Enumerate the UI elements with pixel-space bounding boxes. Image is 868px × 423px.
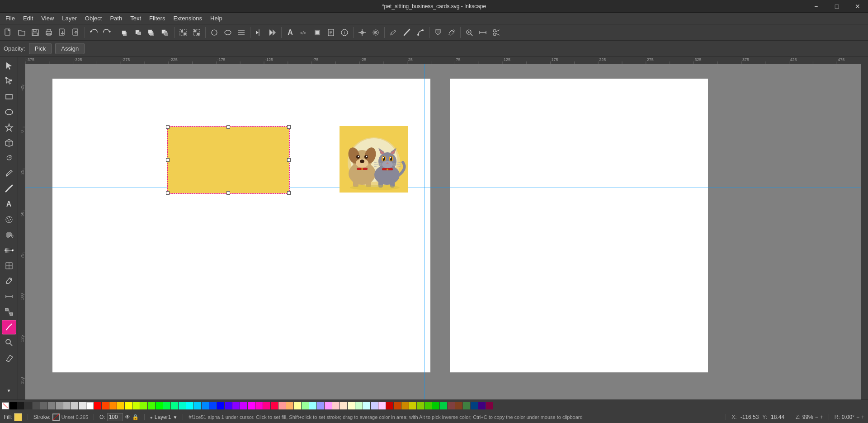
rotation-plus[interactable]: +	[861, 414, 864, 420]
palette-gray5[interactable]	[71, 402, 78, 409]
node-editor-tool[interactable]	[2, 74, 16, 89]
circle2-button[interactable]	[222, 26, 234, 39]
palette-pale-green[interactable]	[302, 402, 309, 409]
scissors-btn[interactable]	[490, 26, 503, 39]
raise-button[interactable]	[118, 26, 131, 39]
palette-yellow-green2[interactable]	[140, 402, 147, 409]
fill-color-box[interactable]	[14, 413, 22, 421]
palette-orange[interactable]	[109, 402, 117, 409]
layer-name[interactable]: Layer1	[155, 414, 171, 420]
palette-ext14[interactable]	[432, 402, 439, 409]
eyedrop-bar-btn[interactable]	[445, 26, 458, 39]
scroll-down-tool[interactable]: ▼	[2, 383, 16, 398]
3d-box-tool[interactable]	[2, 136, 16, 150]
new-button[interactable]	[2, 26, 14, 39]
palette-blue-violet[interactable]	[225, 402, 232, 409]
menu-text[interactable]: Text	[127, 14, 145, 23]
handle-sw[interactable]	[166, 191, 170, 195]
palette-dark2[interactable]	[25, 402, 32, 409]
star-draw-tool[interactable]	[2, 120, 16, 135]
palette-dark1[interactable]	[17, 402, 24, 409]
group-button[interactable]	[177, 26, 189, 39]
palette-violet[interactable]	[232, 402, 240, 409]
menu-object[interactable]: Object	[81, 14, 106, 23]
ungroup-button[interactable]	[190, 26, 203, 39]
menu-extensions[interactable]: Extensions	[170, 14, 206, 23]
palette-white[interactable]	[86, 402, 94, 409]
canvas-area[interactable]	[25, 64, 861, 400]
handle-s[interactable]	[226, 191, 230, 195]
undo-button[interactable]	[87, 26, 100, 39]
menu-file[interactable]: File	[2, 14, 19, 23]
menu-help[interactable]: Help	[207, 14, 226, 23]
palette-gray1[interactable]	[40, 402, 47, 409]
palette-ext7[interactable]	[378, 402, 386, 409]
palette-pink3[interactable]	[271, 402, 278, 409]
palette-ext5[interactable]	[363, 402, 370, 409]
maximize-button[interactable]: □	[826, 0, 847, 13]
pick-button[interactable]: Pick	[29, 43, 52, 54]
rotation-minus[interactable]: −	[856, 414, 859, 420]
gradient-draw-tool[interactable]	[2, 243, 16, 258]
handle-e[interactable]	[287, 158, 291, 162]
handle-w[interactable]	[166, 158, 170, 162]
palette-pink1[interactable]	[255, 402, 263, 409]
lower-button[interactable]	[132, 26, 145, 39]
palette-yellow[interactable]	[125, 402, 132, 409]
pen-draw-tool[interactable]	[2, 320, 16, 334]
pencil-draw-tool[interactable]	[2, 166, 16, 181]
zoom-plus[interactable]: +	[820, 414, 823, 420]
save-button[interactable]	[29, 26, 42, 39]
handle-n[interactable]	[226, 125, 230, 129]
zoom-minus[interactable]: −	[815, 414, 818, 420]
palette-pale-magenta[interactable]	[325, 402, 332, 409]
lower-bottom-button[interactable]	[159, 26, 172, 39]
palette-ext21[interactable]	[486, 402, 493, 409]
assign-button[interactable]: Assign	[55, 43, 85, 54]
menu-filters[interactable]: Filters	[146, 14, 169, 23]
circle1-button[interactable]	[208, 26, 221, 39]
pet-image-card[interactable]	[340, 126, 408, 193]
eraser-draw-tool[interactable]	[2, 351, 16, 365]
zoom-draw-tool[interactable]	[2, 335, 16, 350]
palette-cyan-blue[interactable]	[194, 402, 201, 409]
pencil-bar-btn[interactable]	[387, 26, 400, 39]
palette-blue1[interactable]	[209, 402, 217, 409]
paint-btn[interactable]	[432, 26, 444, 39]
handle-ne[interactable]	[287, 125, 291, 129]
snap-btn[interactable]	[356, 26, 368, 39]
palette-magenta[interactable]	[248, 402, 255, 409]
palette-gray6[interactable]	[79, 402, 86, 409]
spiral-tool[interactable]	[2, 151, 16, 165]
raise-top-button[interactable]	[146, 26, 158, 39]
palette-gray4[interactable]	[63, 402, 71, 409]
obj-props-btn[interactable]: i	[338, 26, 351, 39]
opacity-value-input[interactable]	[107, 413, 123, 421]
palette-ext18[interactable]	[463, 402, 470, 409]
menu-layer[interactable]: Layer	[58, 14, 80, 23]
palette-pink2[interactable]	[263, 402, 270, 409]
export-button[interactable]	[70, 26, 82, 39]
eyedrop-draw-tool[interactable]	[2, 274, 16, 288]
zoom-btn[interactable]	[463, 26, 476, 39]
selector-tool[interactable]	[2, 59, 16, 73]
fill-draw-tool[interactable]	[2, 228, 16, 242]
spray-draw-tool[interactable]	[2, 212, 16, 227]
palette-black[interactable]	[9, 402, 17, 409]
palette-ext12[interactable]	[417, 402, 424, 409]
import-button[interactable]	[56, 26, 69, 39]
palette-ext6[interactable]	[371, 402, 378, 409]
flip-h-button[interactable]	[253, 26, 265, 39]
palette-pale-cyan[interactable]	[309, 402, 316, 409]
palette-ext2[interactable]	[340, 402, 347, 409]
palette-ext17[interactable]	[455, 402, 462, 409]
palette-green1[interactable]	[163, 402, 170, 409]
menu-view[interactable]: View	[38, 14, 57, 23]
connector-draw-tool[interactable]	[2, 305, 16, 319]
palette-none-color[interactable]	[2, 402, 9, 409]
palette-ext11[interactable]	[409, 402, 416, 409]
palette-ext3[interactable]	[348, 402, 355, 409]
palette-dark3[interactable]	[33, 402, 40, 409]
handle-se[interactable]	[287, 191, 291, 195]
align-button[interactable]	[235, 26, 248, 39]
